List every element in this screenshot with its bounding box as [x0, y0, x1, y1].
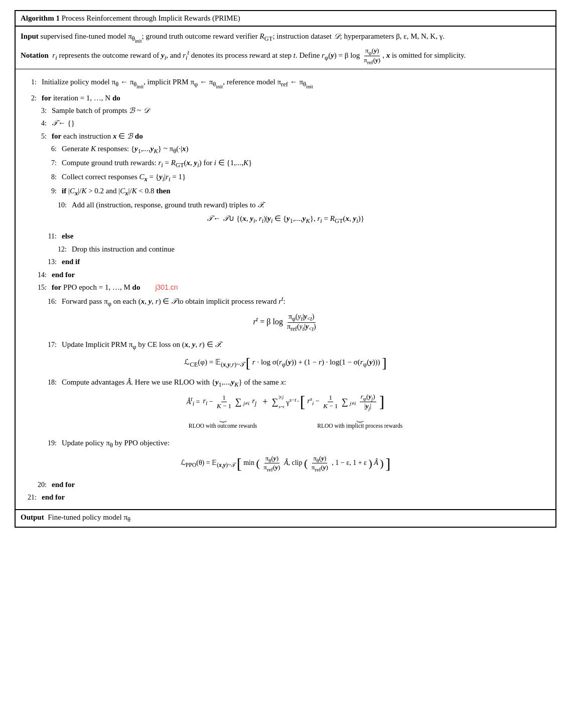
- line-16: 16: Forward pass πφ on each (x, y, r) ∈ …: [23, 294, 548, 309]
- line-num-6: 6:: [43, 144, 57, 155]
- line-2: 2: for iteration = 1, …, N do: [23, 92, 548, 104]
- line-18: 18: Compute advantages Â. Here we use RL…: [23, 376, 548, 390]
- line-5-text: for each instruction x ∈ ℬ do: [52, 130, 143, 142]
- line-num-8: 8:: [43, 172, 57, 183]
- line-num-15: 15:: [33, 282, 47, 293]
- algorithm-box: Algorithm 1 Process Reinforcement throug…: [15, 10, 556, 528]
- line-2-text: for iteration = 1, …, N do: [42, 92, 120, 104]
- line-3-text: Sample batch of prompts ℬ ~ 𝒟: [52, 104, 150, 116]
- line-8: 8: Collect correct responses Cx = {yi|ri…: [23, 171, 548, 184]
- line-12-text: Drop this instruction and continue: [72, 243, 175, 255]
- line-4-text: 𝒯 ← {}: [52, 117, 75, 129]
- line-num-16: 16:: [43, 296, 57, 307]
- line-21-text: end for: [42, 491, 65, 503]
- line-6: 6: Generate K responses: {y1,...,yK} ~ π…: [23, 143, 548, 156]
- line-num-13: 13:: [43, 257, 57, 268]
- line-10: 10: Add all (instruction, response, grou…: [23, 199, 548, 211]
- line-num-4: 4:: [33, 118, 47, 129]
- line-9: 9: if |Cx|/K > 0.2 and |Cx|/K < 0.8 then: [23, 185, 548, 198]
- algorithm-title-bar: Algorithm 1 Process Reinforcement throug…: [16, 11, 555, 27]
- equation-rt: rt = β log πφ(yt|y<t) πref(yt|y<t): [23, 313, 548, 332]
- output-section: Output Fine-tuned policy model πθ: [16, 509, 555, 527]
- divider: [16, 69, 555, 69]
- algorithm-content: 1: Initialize policy model πθ ← πθinit, …: [16, 71, 555, 509]
- input-section: Input supervised fine-tuned model πθinit…: [16, 27, 555, 45]
- line-15: 15: for PPO epoch = 1, …, M do j301.cn: [23, 281, 548, 293]
- output-text: Fine-tuned policy model πθ: [48, 513, 130, 521]
- line-15-text: for PPO epoch = 1, …, M do: [52, 281, 140, 293]
- line-num-11: 11:: [43, 231, 57, 242]
- line-7: 7: Compute ground truth rewards: ri = RG…: [23, 157, 548, 170]
- line-13-text: end if: [62, 256, 80, 268]
- line-17-text: Update Implicit PRM πφ by CE loss on (x,…: [62, 338, 222, 352]
- line-12: 12: Drop this instruction and continue: [23, 243, 548, 255]
- line-13: 13: end if: [23, 256, 548, 268]
- line-14-text: end for: [52, 269, 75, 281]
- line-19: 19: Update policy πθ by PPO objective:: [23, 437, 548, 450]
- algorithm-name: Process Reinforcement through Implicit R…: [62, 14, 240, 22]
- line-9-text: if |Cx|/K > 0.2 and |Cx|/K < 0.8 then: [62, 185, 171, 198]
- line-4: 4: 𝒯 ← {}: [23, 117, 548, 129]
- watermark: j301.cn: [155, 282, 178, 293]
- line-num-10: 10:: [53, 200, 67, 211]
- notation-label: Notation: [21, 51, 49, 59]
- line-num-7: 7:: [43, 158, 57, 169]
- equation-ahat: Âti = ri − 1 K − 1 ∑ j≠i rj + ∑: [23, 393, 548, 429]
- line-num-2: 2:: [23, 93, 37, 104]
- line-20-text: end for: [52, 478, 75, 491]
- line-1-text: Initialize policy model πθ ← πθinit, imp…: [42, 76, 313, 91]
- equation-t-union: 𝒯 ← 𝒯 ∪ {(x, yi, ri)|yi ∈ {y1,...,yK}, r…: [23, 214, 548, 225]
- input-label: Input: [21, 30, 39, 42]
- line-7-text: Compute ground truth rewards: ri = RGT(x…: [62, 157, 252, 170]
- line-1: 1: Initialize policy model πθ ← πθinit, …: [23, 76, 548, 91]
- line-14: 14: end for: [23, 269, 548, 281]
- line-5: 5: for each instruction x ∈ ℬ do: [23, 130, 548, 142]
- line-3: 3: Sample batch of prompts ℬ ~ 𝒟: [23, 104, 548, 116]
- line-11: 11: else: [23, 230, 548, 242]
- line-11-text: else: [62, 230, 73, 242]
- line-num-21: 21:: [23, 492, 37, 503]
- line-21: 21: end for: [23, 491, 548, 503]
- algorithm-number: Algorithm 1: [21, 14, 60, 22]
- line-10-text: Add all (instruction, response, ground t…: [72, 199, 264, 211]
- input-text: supervised fine-tuned model πθinit; grou…: [41, 30, 445, 45]
- notation-text: ri represents the outcome reward of yi, …: [52, 51, 466, 59]
- line-num-18: 18:: [43, 377, 57, 388]
- line-6-text: Generate K responses: {y1,...,yK} ~ πθ(·…: [62, 143, 188, 156]
- equation-lppo: ℒPPO(θ) = 𝔼(x,y)~𝒯 [ min ( πθ(y) πref(y)…: [23, 454, 548, 472]
- line-num-3: 3:: [33, 105, 47, 116]
- line-num-5: 5:: [33, 131, 47, 142]
- line-num-20: 20:: [33, 479, 47, 491]
- equation-lce: ℒCE(φ) = 𝔼(x,y,r)~𝒯 [ r · log σ(rφ(y)) +…: [23, 356, 548, 370]
- line-19-text: Update policy πθ by PPO objective:: [62, 437, 170, 450]
- line-num-9: 9:: [43, 186, 57, 197]
- line-num-1: 1:: [23, 77, 37, 88]
- line-17: 17: Update Implicit PRM πφ by CE loss on…: [23, 338, 548, 352]
- line-num-12: 12:: [53, 244, 67, 255]
- notation-section: Notation ri represents the outcome rewar…: [16, 46, 555, 67]
- line-num-17: 17:: [43, 339, 57, 350]
- line-18-text: Compute advantages Â. Here we use RLOO w…: [62, 376, 286, 390]
- line-16-text: Forward pass πφ on each (x, y, r) ∈ 𝒯 to…: [62, 294, 286, 309]
- output-label: Output: [21, 513, 44, 521]
- line-20: 20: end for: [23, 478, 548, 491]
- line-8-text: Collect correct responses Cx = {yi|ri = …: [62, 171, 186, 184]
- line-num-14: 14:: [33, 270, 47, 281]
- input-line: Input supervised fine-tuned model πθinit…: [21, 30, 550, 45]
- line-num-19: 19:: [43, 438, 57, 449]
